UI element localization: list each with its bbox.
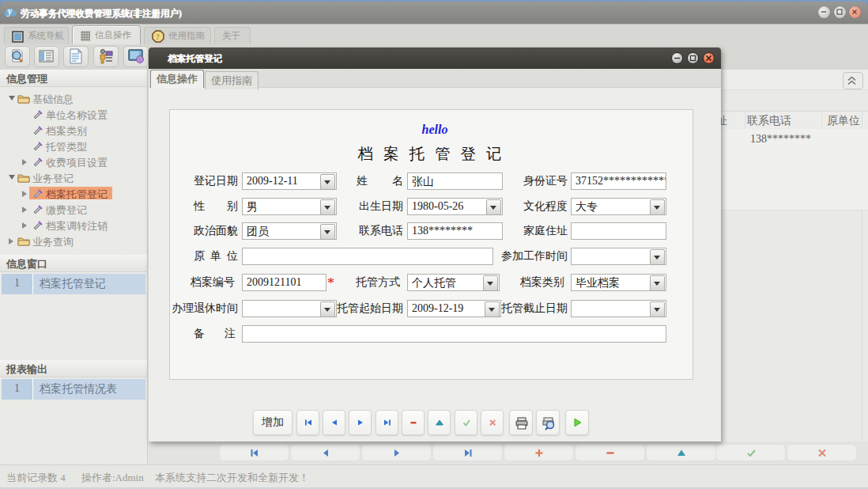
svg-text:?: ? <box>156 32 160 41</box>
